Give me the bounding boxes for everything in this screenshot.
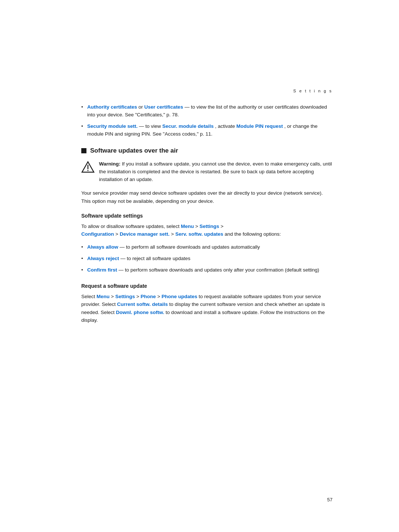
section-heading-text: Software updates over the air xyxy=(90,147,178,154)
intro-paragraph: Your service provider may send device so… xyxy=(81,189,332,205)
subsection1-text-before: To allow or disallow software updates, s… xyxy=(81,224,181,229)
subsection-heading-2: Request a software update xyxy=(81,283,332,289)
list-item-always-allow: Always allow — to perform all software d… xyxy=(81,243,332,251)
always-reject-link[interactable]: Always reject xyxy=(87,256,119,261)
bullet-list-certificates: Authority certificates or User certifica… xyxy=(81,103,332,138)
always-allow-link[interactable]: Always allow xyxy=(87,244,118,250)
svg-point-2 xyxy=(88,170,89,171)
settings-link-1[interactable]: Settings xyxy=(200,224,219,229)
req-arrow-2: > xyxy=(136,294,141,299)
phone-link[interactable]: Phone xyxy=(141,294,156,299)
content: Authority certificates or User certifica… xyxy=(81,103,332,324)
warning-body: If you install a software update, you ca… xyxy=(99,161,332,182)
module-pin-request-link[interactable]: Module PIN request xyxy=(236,123,283,129)
subsection-heading-1: Software update settings xyxy=(81,213,332,219)
section-heading-software-updates: Software updates over the air xyxy=(81,147,332,154)
downl-phone-softw-link[interactable]: Downl. phone softw. xyxy=(116,310,164,315)
black-square-icon xyxy=(81,148,86,153)
security-module-text1: — to view xyxy=(139,123,162,129)
always-allow-text: — to perform all software downloads and … xyxy=(120,244,260,250)
menu-link-1[interactable]: Menu xyxy=(181,224,194,229)
page: S e t t i n g s Authority certificates o… xyxy=(0,0,399,532)
confirm-first-text: — to perform software downloads and upda… xyxy=(119,267,319,273)
settings-link-2[interactable]: Settings xyxy=(115,294,135,299)
header-title: S e t t i n g s xyxy=(293,89,332,93)
subsection-request-software-update: Request a software update Select Menu > … xyxy=(81,283,332,324)
warning-text: Warning: If you install a software updat… xyxy=(99,160,332,184)
arrow2: > xyxy=(221,224,224,229)
update-options-list: Always allow — to perform all software d… xyxy=(81,243,332,274)
arrow4: > xyxy=(171,231,175,237)
subsection2-body: Select Menu > Settings > Phone > Phone u… xyxy=(81,293,332,324)
user-certificates-link[interactable]: User certificates xyxy=(144,104,183,110)
security-module-sett-link[interactable]: Security module sett. xyxy=(87,123,138,129)
list-item-security-module: Security module sett. — to view Secur. m… xyxy=(81,123,332,138)
req-arrow-1: > xyxy=(111,294,115,299)
menu-link-2[interactable]: Menu xyxy=(96,294,109,299)
secur-module-details-link[interactable]: Secur. module details xyxy=(162,123,214,129)
phone-updates-link[interactable]: Phone updates xyxy=(161,294,197,299)
security-module-text2: , activate xyxy=(215,123,236,129)
subsection1-intro: To allow or disallow software updates, s… xyxy=(81,222,332,238)
arrow3: > xyxy=(115,231,120,237)
list-item-always-reject: Always reject — to reject all software u… xyxy=(81,255,332,263)
authority-certificates-link[interactable]: Authority certificates xyxy=(87,104,137,110)
warning-label: Warning: xyxy=(99,161,120,167)
list-item-confirm-first: Confirm first — to perform software down… xyxy=(81,266,332,274)
device-manager-link[interactable]: Device manager sett. xyxy=(120,231,170,237)
page-number: 57 xyxy=(327,497,332,502)
configuration-link[interactable]: Configuration xyxy=(81,231,114,237)
arrow1: > xyxy=(195,224,200,229)
list-item-authority: Authority certificates or User certifica… xyxy=(81,103,332,119)
confirm-first-link[interactable]: Confirm first xyxy=(87,267,117,273)
or-text: or xyxy=(139,104,144,110)
warning-icon xyxy=(81,161,95,173)
serv-softw-link[interactable]: Serv. softw. updates xyxy=(175,231,223,237)
always-reject-text: — to reject all software updates xyxy=(120,256,190,261)
and-following: and the following options: xyxy=(225,231,281,237)
req-text-1: Select xyxy=(81,294,96,299)
subsection-software-update-settings: Software update settings To allow or dis… xyxy=(81,213,332,274)
req-arrow-3: > xyxy=(157,294,162,299)
warning-box: Warning: If you install a software updat… xyxy=(81,160,332,184)
current-softw-details-link[interactable]: Current softw. details xyxy=(117,301,168,307)
